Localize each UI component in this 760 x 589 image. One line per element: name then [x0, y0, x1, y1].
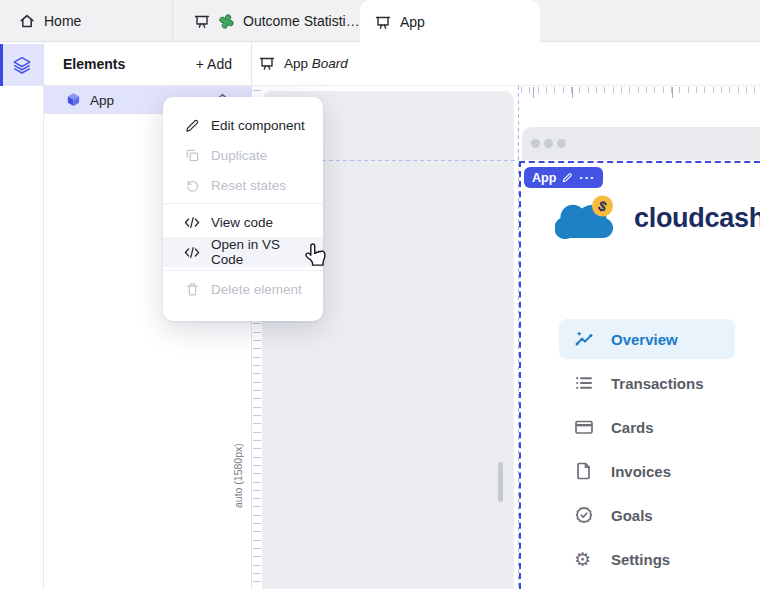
window-dot-icon: [544, 139, 553, 148]
frame-scrollbar-thumb[interactable]: [498, 462, 503, 502]
code-icon: [184, 246, 200, 259]
menu-divider: [163, 270, 323, 271]
nav-item-overview[interactable]: Overview: [559, 319, 735, 359]
window-dot-icon: [557, 139, 566, 148]
tab-home-label: Home: [44, 13, 81, 29]
home-icon: [19, 13, 35, 29]
app-sidebar-nav: Overview Transactions: [559, 319, 735, 583]
edit-pencil-icon[interactable]: [562, 172, 573, 183]
top-tab-bar: Home Outcome Statistic... App: [0, 0, 760, 42]
nav-item-goals[interactable]: Goals: [559, 495, 735, 535]
breadcrumb-board-suffix: Board: [312, 56, 348, 71]
selected-app-component[interactable]: App ··· $ cloudcash: [519, 161, 760, 589]
tab-app-label: App: [400, 14, 425, 30]
tab-app[interactable]: App: [360, 0, 540, 44]
reset-icon: [184, 178, 200, 193]
breadcrumb: App Board: [252, 42, 760, 86]
more-options-icon[interactable]: ···: [579, 173, 595, 183]
component-green-icon: [219, 14, 234, 29]
nav-item-cards[interactable]: Cards: [559, 407, 735, 447]
window-dot-icon: [531, 139, 540, 148]
document-icon: [574, 461, 594, 481]
board-icon: [259, 56, 275, 71]
menu-item-duplicate[interactable]: Duplicate: [163, 140, 323, 170]
breadcrumb-board-name[interactable]: App Board: [284, 56, 348, 71]
cloud-coin-icon: $: [555, 194, 621, 242]
menu-item-open-in-vs-code[interactable]: Open in VS Code: [163, 237, 323, 267]
cloudcash-logo: $ cloudcash: [555, 194, 760, 242]
add-element-button[interactable]: + Add: [196, 56, 232, 72]
elements-panel-header: Elements + Add: [44, 42, 251, 86]
list-icon: [574, 373, 594, 393]
duplicate-icon: [184, 148, 200, 163]
menu-item-reset-states[interactable]: Reset states: [163, 170, 323, 200]
menu-divider: [163, 203, 323, 204]
nav-item-invoices[interactable]: Invoices: [559, 451, 735, 491]
trending-chart-icon: [574, 329, 594, 349]
pencil-icon: [184, 118, 200, 133]
board-icon: [375, 15, 391, 30]
nav-item-transactions[interactable]: Transactions: [559, 363, 735, 403]
board-icon: [194, 14, 210, 29]
badge-check-icon: [574, 505, 594, 525]
gear-icon: ⚙: [574, 550, 594, 569]
credit-card-icon: [574, 417, 594, 437]
menu-item-view-code[interactable]: View code: [163, 207, 323, 237]
tab-outcome-statistic[interactable]: Outcome Statistic...: [173, 0, 360, 42]
brand-name: cloudcash: [634, 203, 760, 234]
design-canvas[interactable]: App ··· $ cloudcash: [252, 86, 760, 589]
tab-outcome-label: Outcome Statistic...: [243, 13, 360, 29]
layers-icon: [11, 54, 33, 76]
menu-item-edit-component[interactable]: Edit component: [163, 110, 323, 140]
selection-badge-label: App: [532, 171, 556, 185]
left-toolbar-rail: [0, 42, 44, 589]
selection-badge[interactable]: App ···: [524, 167, 603, 188]
trash-icon: [184, 282, 200, 297]
panel-title: Elements: [63, 56, 125, 72]
tab-home[interactable]: Home: [0, 0, 173, 42]
nav-item-settings[interactable]: ⚙ Settings: [559, 539, 735, 579]
element-context-menu: Edit component Duplicate Reset states Vi…: [163, 97, 323, 321]
frame-height-label: auto (1580px): [229, 406, 247, 508]
code-icon: [184, 216, 200, 229]
element-label: App: [90, 93, 114, 108]
elements-tool-button[interactable]: [0, 44, 44, 86]
cube-icon: [66, 92, 81, 108]
browser-chrome-bar: [522, 127, 760, 160]
menu-item-delete-element[interactable]: Delete element: [163, 274, 323, 304]
horizontal-ruler-ticks: [521, 87, 760, 98]
